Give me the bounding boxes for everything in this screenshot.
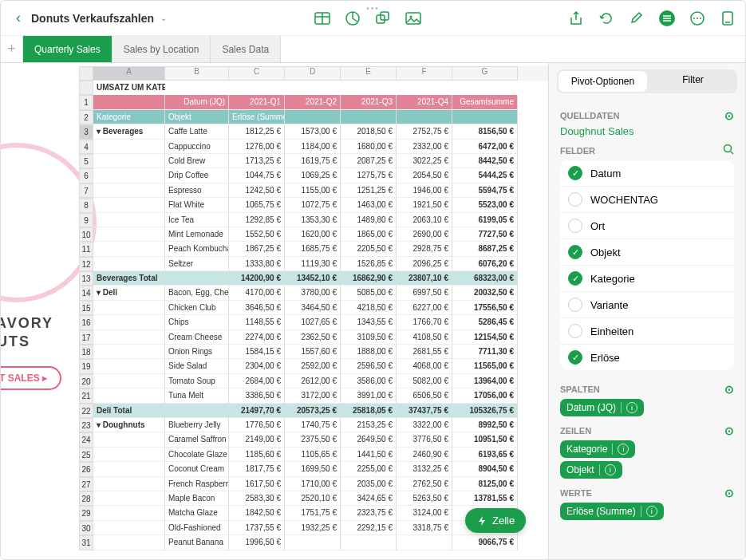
table-row[interactable]: 15Chicken Club3646,50 €3464,50 €4218,50 … [79, 301, 548, 315]
sheet-tab[interactable]: Quarterly Sales [23, 36, 112, 62]
column-header[interactable]: E [341, 66, 397, 81]
table-row[interactable]: 23▾ DoughnutsBlueberry Jelly1776,50 €174… [79, 418, 548, 432]
table-row[interactable]: 8Flat White1065,75 €1072,75 €1463,00 €19… [79, 198, 548, 212]
table-row[interactable]: 1Datum (JQ)2021-Q12021-Q22021-Q32021-Q4G… [79, 95, 548, 109]
table-row[interactable]: 24Caramel Saffron2149,00 €2375,50 €2649,… [79, 432, 548, 447]
fields-label: FELDER [560, 146, 595, 156]
checkbox-icon[interactable] [568, 219, 582, 233]
table-row[interactable]: 3▾ BeveragesCaffe Latte1812,25 €1573,00 … [79, 124, 548, 139]
source-data[interactable]: Doughnut Sales [560, 125, 734, 137]
svg-point-7 [693, 18, 695, 19]
document-title[interactable]: Donuts Verkaufszahlen [31, 12, 154, 25]
source-options-icon[interactable]: ⊙ [724, 109, 734, 122]
organize-icon[interactable] [659, 10, 675, 26]
add-sheet-button[interactable]: + [1, 36, 23, 62]
corner-cell[interactable] [79, 66, 93, 81]
table-row[interactable]: 2KategorieObjektErlöse (Summe) [79, 110, 548, 124]
table-row[interactable]: 18Onion Rings1584,15 €1557,60 €1888,00 €… [79, 345, 548, 359]
field-item[interactable]: ✓Datum [560, 160, 734, 187]
source-label: QUELLDATEN [560, 111, 619, 120]
table-row[interactable]: 27French Raspberry1617,50 €1710,00 €2035… [79, 477, 548, 491]
rows-label: ZEILEN [560, 426, 591, 436]
svg-point-9 [700, 18, 701, 19]
column-pill[interactable]: Datum (JQ)i [560, 399, 644, 416]
column-header[interactable]: A [93, 66, 165, 81]
column-header[interactable]: C [229, 66, 285, 81]
checkbox-icon[interactable] [568, 192, 582, 207]
table-row[interactable]: 11Peach Kombucha1867,25 €1685,75 €2205,5… [79, 242, 548, 256]
table-row[interactable]: 10Mint Lemonade1552,50 €1620,00 €1865,00… [79, 227, 548, 242]
back-icon[interactable]: ‹ [10, 10, 26, 26]
table-row[interactable]: 25Chocolate Glaze1185,60 €1105,65 €1441,… [79, 448, 548, 462]
checkbox-icon[interactable] [568, 298, 582, 312]
pivot-table[interactable]: ABCDEFGUMSATZ UM KATEGORIE1Datum (JQ)202… [79, 66, 548, 559]
table-row[interactable]: 4Cappuccino1276,00 €1184,00 €1680,00 €23… [79, 140, 548, 154]
field-item[interactable]: ✓Objekt [560, 239, 734, 266]
chevron-down-icon[interactable]: ⌄ [160, 14, 167, 22]
table-row[interactable]: 19Side Salad2304,00 €2592,00 €2596,50 €4… [79, 359, 548, 373]
field-item[interactable]: ✓Erlöse [560, 345, 734, 370]
cell-action-button[interactable]: Zelle [465, 508, 526, 533]
table-row[interactable]: 21Tuna Melt3386,50 €3172,00 €3991,00 €65… [79, 388, 548, 403]
checkbox-icon[interactable]: ✓ [568, 245, 582, 259]
field-item[interactable]: WOCHENTAG [560, 187, 734, 213]
column-header[interactable]: D [285, 66, 341, 81]
chart-icon[interactable] [345, 10, 361, 26]
sheet-tab[interactable]: Sales by Location [112, 36, 211, 62]
drag-handle[interactable]: ••• [366, 4, 380, 13]
row-pill[interactable]: Objekti [560, 461, 622, 479]
checkbox-icon[interactable]: ✓ [568, 271, 582, 286]
info-icon[interactable]: i [626, 402, 637, 413]
table-row[interactable]: 26Coconut Cream1817,75 €1699,50 €2255,00… [79, 462, 548, 476]
table-row[interactable]: 7Espresso1242,50 €1155,00 €1251,25 €1946… [79, 183, 548, 198]
tab-filter[interactable]: Filter [649, 69, 737, 93]
info-icon[interactable]: i [618, 444, 629, 455]
undo-icon[interactable] [598, 10, 614, 26]
field-item[interactable]: Variante [560, 292, 734, 318]
info-icon[interactable]: i [646, 506, 657, 517]
table-row[interactable]: 12Seltzer1333,80 €1119,30 €1526,85 €2096… [79, 257, 548, 271]
field-item[interactable]: ✓Kategorie [560, 266, 734, 292]
table-row[interactable]: 17Cream Cheese2274,00 €2362,50 €3109,50 … [79, 330, 548, 345]
format-brush-icon[interactable] [629, 10, 645, 26]
table-row[interactable]: 13Beverages Total14200,90 €13452,10 €168… [79, 271, 548, 286]
svg-rect-4 [406, 13, 420, 24]
tab-pivot-options[interactable]: Pivot-Optionen [559, 71, 647, 92]
table-row[interactable]: 9Ice Tea1292,85 €1353,30 €1489,80 €2063,… [79, 213, 548, 227]
table-row[interactable]: 6Drip Coffee1044,75 €1069,25 €1275,75 €2… [79, 168, 548, 183]
media-icon[interactable] [405, 10, 421, 26]
canvas[interactable]: SAVORYNUTS T SALES ▸ ABCDEFGUMSATZ UM KA… [1, 63, 549, 559]
bg-text: SAVORYNUTS [1, 314, 53, 352]
table-row[interactable]: 5Cold Brew1713,25 €1619,75 €2087,25 €302… [79, 154, 548, 168]
row-pill[interactable]: Kategoriei [560, 440, 635, 458]
table-row[interactable]: 20Tomato Soup2684,00 €2612,00 €3586,00 €… [79, 374, 548, 388]
share-icon[interactable] [568, 10, 584, 26]
field-item[interactable]: Einheiten [560, 318, 734, 345]
svg-point-11 [724, 145, 732, 152]
column-header[interactable]: B [165, 66, 229, 81]
values-options-icon[interactable]: ⊙ [724, 487, 734, 499]
sheet-tab[interactable]: Sales Data [211, 36, 281, 62]
table-row[interactable]: 16Chips1148,55 €1027,65 €1343,55 €1766,7… [79, 315, 548, 329]
rows-options-icon[interactable]: ⊙ [724, 424, 734, 437]
value-pill[interactable]: Erlöse (Summe)i [560, 503, 664, 520]
table-row[interactable]: 22Deli Total21497,70 €20573,25 €25818,05… [79, 404, 548, 418]
table-row[interactable]: UMSATZ UM KATEGORIE [79, 81, 548, 95]
table-icon[interactable] [314, 10, 330, 26]
more-icon[interactable] [689, 10, 705, 26]
search-icon[interactable] [723, 144, 734, 157]
checkbox-icon[interactable] [568, 324, 582, 338]
titlebar: ••• ‹ Donuts Verkaufszahlen ⌄ [1, 1, 745, 36]
table-row[interactable]: 14▾ DeliBacon, Egg, Cheese4170,00 €3780,… [79, 286, 548, 300]
column-header[interactable]: G [452, 66, 518, 81]
table-row[interactable]: 28Maple Bacon2583,30 €2520,10 €3424,65 €… [79, 491, 548, 506]
info-icon[interactable]: i [605, 464, 616, 475]
panel-tabs[interactable]: Pivot-Optionen Filter [557, 69, 737, 93]
inspector-icon[interactable] [720, 10, 736, 26]
column-header[interactable]: F [397, 66, 452, 81]
field-item[interactable]: Ort [560, 213, 734, 239]
columns-options-icon[interactable]: ⊙ [724, 383, 734, 396]
checkbox-icon[interactable]: ✓ [568, 166, 582, 180]
table-row[interactable]: 31Peanut Banana1996,50 €9066,75 € [79, 535, 548, 550]
checkbox-icon[interactable]: ✓ [568, 350, 582, 365]
